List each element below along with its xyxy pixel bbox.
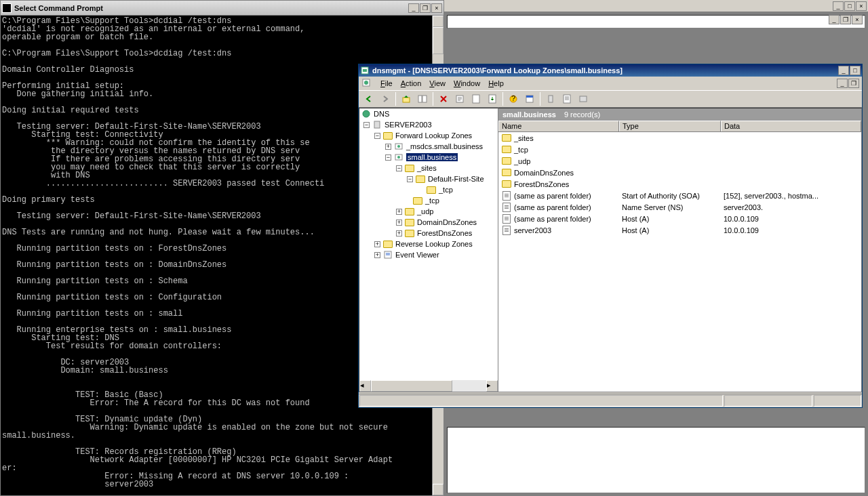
- tree-server[interactable]: − SERVER2003: [359, 119, 498, 130]
- tree-hscroll[interactable]: ◂ ▸: [359, 380, 498, 392]
- toggle-udp[interactable]: +: [396, 209, 402, 215]
- svg-rect-18: [374, 121, 380, 128]
- toggle-dfs[interactable]: −: [407, 176, 413, 182]
- list-row[interactable]: _sites: [498, 132, 861, 144]
- menu-action[interactable]: Action: [397, 78, 426, 89]
- new-window-button[interactable]: [522, 91, 537, 106]
- toggle-small[interactable]: −: [385, 154, 391, 161]
- tree-tcp-1[interactable]: _tcp: [359, 184, 498, 195]
- export-button[interactable]: [485, 91, 500, 106]
- svg-rect-1: [363, 69, 367, 72]
- folder-icon: [404, 207, 415, 216]
- folder-icon: [501, 145, 512, 154]
- list-row[interactable]: server2003Host (A)10.0.0.109: [498, 224, 861, 236]
- folder-icon: [412, 196, 423, 205]
- tree-flz[interactable]: − Forward Lookup Zones: [359, 130, 498, 141]
- list-row[interactable]: _tcp: [498, 144, 861, 155]
- cmd-minimize-button[interactable]: _: [408, 3, 419, 13]
- bg-maximize-button[interactable]: □: [844, 1, 855, 11]
- toolbar-btn-3[interactable]: [576, 91, 591, 106]
- menu-view[interactable]: View: [425, 78, 450, 89]
- tree-rlz[interactable]: + Reverse Lookup Zones: [359, 239, 498, 249]
- dns-mdi-restore[interactable]: ❐: [848, 79, 859, 88]
- toggle-server[interactable]: −: [363, 122, 370, 128]
- tree-msdcs[interactable]: + _msdcs.small.business: [359, 141, 498, 152]
- menu-file[interactable]: File: [376, 78, 397, 89]
- list-row[interactable]: _udp: [498, 155, 861, 167]
- dns-tree[interactable]: DNS − SERVER2003 − Forward Lookup Zones …: [359, 108, 498, 392]
- list-row[interactable]: DomainDnsZones: [498, 167, 861, 178]
- col-data[interactable]: Data: [721, 121, 861, 131]
- cmd-maximize-button[interactable]: ❐: [420, 3, 431, 13]
- tree-forestdnszones[interactable]: + ForestDnsZones: [359, 228, 498, 239]
- bg-child-close-button[interactable]: ×: [852, 15, 863, 24]
- bg-child-restore-button[interactable]: ❐: [840, 15, 851, 24]
- dns-menu-icon: [361, 78, 372, 89]
- bg-child-minimize-button[interactable]: _: [829, 15, 840, 24]
- cmd-scroll-down[interactable]: [433, 484, 443, 495]
- toggle-ev[interactable]: +: [374, 252, 380, 258]
- hscroll-left[interactable]: ◂: [359, 380, 371, 392]
- tree-default-first-site[interactable]: − Default-First-Site: [359, 173, 498, 184]
- bg-titlebar: _ □ ×: [444, 0, 868, 12]
- dns-titlebar[interactable]: dnsmgmt - [DNS\SERVER2003\Forward Lookup…: [359, 64, 862, 77]
- menu-help[interactable]: Help: [484, 78, 508, 89]
- svg-rect-15: [564, 95, 570, 103]
- tree-tcp-2[interactable]: _tcp: [359, 195, 498, 206]
- toggle-ddz[interactable]: +: [396, 220, 402, 226]
- cmd-scroll-thumb[interactable]: [433, 27, 443, 54]
- tree-sites[interactable]: − _sites: [359, 163, 498, 173]
- toolbar-btn-1[interactable]: [543, 91, 558, 106]
- refresh-button[interactable]: [469, 91, 484, 106]
- hscroll-right[interactable]: ▸: [486, 380, 498, 392]
- record-icon: [501, 203, 512, 212]
- dns-mdi-minimize[interactable]: _: [837, 79, 848, 88]
- dns-maximize-button[interactable]: □: [850, 66, 861, 75]
- record-icon: [501, 191, 512, 201]
- show-hide-tree-button[interactable]: [415, 91, 430, 106]
- toggle-msdcs[interactable]: +: [385, 144, 391, 150]
- dns-app-icon: [360, 66, 370, 75]
- tree-udp[interactable]: + _udp: [359, 206, 498, 217]
- folder-icon: [404, 228, 415, 238]
- svg-rect-16: [580, 96, 587, 102]
- hscroll-thumb[interactable]: [371, 380, 452, 392]
- back-button[interactable]: [361, 91, 376, 106]
- svg-point-3: [364, 81, 368, 85]
- col-type[interactable]: Type: [619, 121, 721, 131]
- tree-domaindnszones[interactable]: + DomainDnsZones: [359, 217, 498, 228]
- toolbar-btn-2[interactable]: [559, 91, 574, 106]
- svg-rect-5: [418, 96, 422, 102]
- menu-window[interactable]: Window: [450, 78, 484, 89]
- list-columns: Name Type Data: [498, 121, 861, 132]
- dns-toolbar: ?: [359, 90, 862, 108]
- toggle-rlz[interactable]: +: [374, 241, 380, 247]
- tree-event-viewer[interactable]: + Event Viewer: [359, 249, 498, 260]
- delete-button[interactable]: [436, 91, 451, 106]
- tree-dns-root[interactable]: DNS: [359, 108, 498, 119]
- list-row[interactable]: ForestDnsZones: [498, 178, 861, 190]
- forward-button[interactable]: [378, 91, 393, 106]
- cmd-title: Select Command Prompt: [14, 4, 408, 12]
- cmd-titlebar[interactable]: Select Command Prompt _ ❐ ×: [1, 1, 443, 16]
- list-row[interactable]: (same as parent folder)Name Server (NS)s…: [498, 201, 861, 213]
- properties-button[interactable]: [452, 91, 467, 106]
- list-row[interactable]: (same as parent folder)Start of Authorit…: [498, 190, 861, 201]
- zone-icon: [393, 152, 404, 162]
- toggle-fdz[interactable]: +: [396, 230, 402, 236]
- col-name[interactable]: Name: [498, 121, 619, 131]
- toggle-flz[interactable]: −: [374, 133, 380, 139]
- cmd-scroll-up[interactable]: [433, 16, 443, 27]
- svg-rect-14: [549, 96, 553, 102]
- list-body[interactable]: _sites_tcp_udpDomainDnsZonesForestDnsZon…: [498, 132, 861, 392]
- bg-close-button[interactable]: ×: [856, 1, 867, 11]
- help-button[interactable]: ?: [506, 91, 521, 106]
- toggle-sites[interactable]: −: [396, 165, 402, 171]
- up-button[interactable]: [399, 91, 414, 106]
- dns-minimize-button[interactable]: _: [838, 66, 849, 75]
- folder-icon: [415, 174, 426, 184]
- cmd-close-button[interactable]: ×: [431, 3, 442, 13]
- list-row[interactable]: (same as parent folder)Host (A)10.0.0.10…: [498, 213, 861, 224]
- tree-small-business[interactable]: − small.business: [359, 152, 498, 163]
- bg-minimize-button[interactable]: _: [833, 1, 844, 11]
